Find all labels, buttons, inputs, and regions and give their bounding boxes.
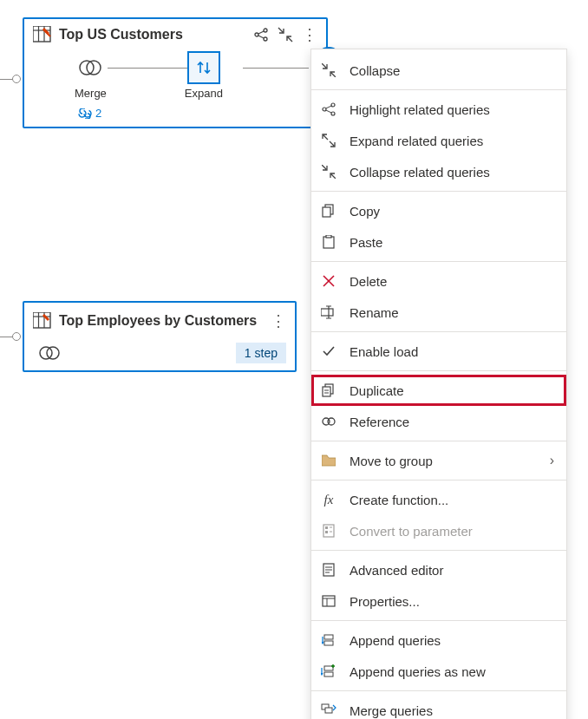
menu-append-queries[interactable]: Append queries: [311, 624, 566, 656]
merge-icon: [38, 344, 61, 362]
svg-rect-54: [324, 672, 333, 677]
svg-rect-27: [323, 237, 334, 248]
merge-icon: [75, 52, 106, 83]
query-card-top-employees[interactable]: Top Employees by Customers ⋮ 1 step: [23, 301, 297, 372]
svg-rect-56: [325, 708, 332, 713]
merge-queries-icon: [320, 703, 337, 717]
menu-copy[interactable]: Copy: [311, 195, 566, 226]
svg-point-20: [323, 108, 326, 111]
svg-rect-52: [324, 641, 333, 645]
menu-enable-load[interactable]: Enable load: [311, 336, 566, 367]
card-header: Top US Customers ⋮: [24, 19, 326, 49]
svg-point-6: [264, 29, 267, 32]
menu-paste[interactable]: Paste: [311, 226, 566, 258]
chevron-right-icon: ›: [550, 453, 554, 468]
svg-point-7: [264, 37, 267, 41]
step-count-badge[interactable]: 1 step: [236, 343, 286, 363]
copy-icon: [320, 204, 337, 218]
table-icon: [33, 312, 52, 330]
svg-line-9: [258, 36, 264, 38]
menu-separator: [311, 550, 566, 551]
svg-point-38: [328, 418, 335, 425]
svg-point-19: [47, 347, 59, 359]
linked-queries-badge[interactable]: 2: [78, 107, 101, 120]
menu-separator: [311, 370, 566, 371]
menu-expand-related[interactable]: Expand related queries: [311, 125, 566, 156]
link-count: 2: [95, 107, 101, 120]
share-icon[interactable]: [253, 27, 269, 42]
menu-separator: [311, 441, 566, 441]
card-header-actions: ⋮: [253, 27, 317, 42]
menu-separator: [311, 331, 566, 332]
svg-rect-31: [321, 309, 333, 316]
step-connector: [108, 68, 194, 69]
svg-rect-41: [325, 531, 328, 533]
menu-convert-to-parameter: Convert to parameter: [311, 515, 566, 546]
menu-duplicate[interactable]: Duplicate: [311, 375, 566, 406]
svg-point-5: [255, 33, 258, 36]
function-icon: fx: [320, 493, 337, 507]
svg-point-18: [40, 347, 52, 359]
duplicate-icon: [320, 383, 337, 397]
step-label: Expand: [185, 87, 223, 100]
more-icon[interactable]: ⋮: [302, 27, 317, 42]
card-body: 1 step: [24, 337, 295, 370]
svg-rect-53: [324, 666, 333, 670]
menu-collapse[interactable]: Collapse: [311, 55, 566, 86]
menu-highlight-related[interactable]: Highlight related queries: [311, 94, 566, 125]
svg-rect-51: [324, 635, 333, 639]
card-title: Top US Customers: [59, 27, 246, 42]
svg-rect-48: [323, 596, 335, 606]
table-icon: [33, 26, 52, 43]
editor-icon: [320, 563, 337, 577]
append-new-icon: [320, 664, 337, 678]
step-expand[interactable]: Expand: [185, 52, 223, 100]
node-port-2[interactable]: [12, 332, 21, 341]
menu-collapse-related[interactable]: Collapse related queries: [311, 156, 566, 187]
svg-rect-28: [326, 235, 331, 238]
svg-rect-40: [325, 526, 328, 529]
svg-rect-34: [323, 387, 330, 396]
append-icon: [320, 633, 337, 647]
collapse-icon: [320, 165, 337, 179]
menu-merge-queries[interactable]: Merge queries: [311, 695, 566, 719]
svg-rect-39: [323, 525, 334, 537]
menu-advanced-editor[interactable]: Advanced editor: [311, 554, 566, 585]
rename-icon: [320, 305, 337, 319]
delete-icon: [320, 274, 337, 288]
card-header: Top Employees by Customers ⋮: [24, 303, 295, 337]
context-menu: Collapse Highlight related queries Expan…: [310, 49, 567, 719]
parameter-icon: [320, 524, 337, 538]
menu-separator: [311, 261, 566, 262]
step-label: Merge: [75, 87, 107, 100]
menu-separator: [311, 620, 566, 621]
check-icon: [320, 344, 337, 358]
card-title: Top Employees by Customers: [59, 313, 264, 329]
svg-point-22: [331, 112, 335, 115]
more-icon[interactable]: ⋮: [271, 311, 286, 330]
menu-delete[interactable]: Delete: [311, 265, 566, 297]
svg-rect-26: [323, 207, 330, 217]
card-steps: Merge Expand: [24, 49, 326, 107]
reference-icon: [320, 415, 337, 428]
menu-append-as-new[interactable]: Append queries as new: [311, 656, 566, 687]
menu-create-function[interactable]: fx Create function...: [311, 484, 566, 515]
share-icon: [320, 102, 337, 116]
menu-reference[interactable]: Reference: [311, 406, 566, 437]
menu-separator: [311, 690, 566, 691]
collapse-icon[interactable]: [278, 27, 293, 42]
expand-icon: [188, 52, 219, 83]
svg-line-8: [258, 31, 264, 34]
svg-line-23: [326, 106, 331, 108]
menu-move-to-group[interactable]: Move to group ›: [311, 445, 566, 476]
step-merge[interactable]: Merge: [75, 52, 107, 100]
svg-line-24: [326, 110, 331, 113]
menu-properties[interactable]: Properties...: [311, 585, 566, 617]
query-card-top-us-customers[interactable]: Top US Customers ⋮ Merge Expand: [23, 17, 328, 128]
svg-point-21: [331, 103, 335, 107]
expand-icon: [320, 134, 337, 147]
node-port-1[interactable]: [12, 75, 21, 83]
folder-icon: [320, 454, 337, 467]
menu-separator: [311, 480, 566, 480]
menu-rename[interactable]: Rename: [311, 297, 566, 328]
